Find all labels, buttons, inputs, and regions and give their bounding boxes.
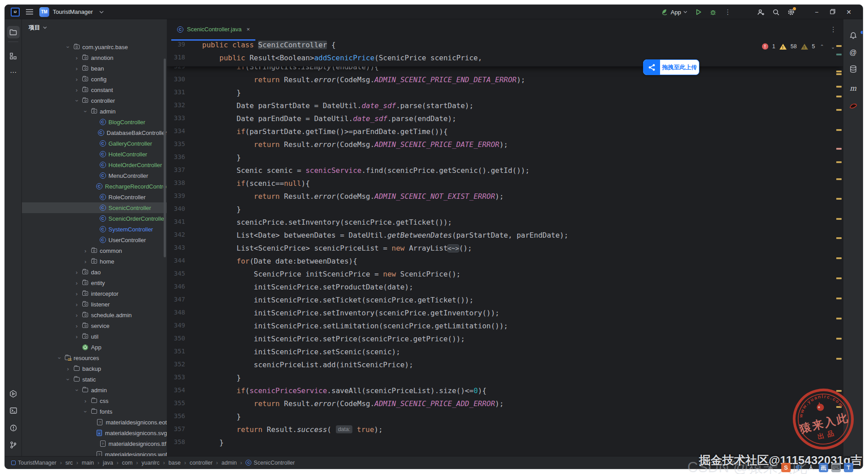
breadcrumb-item-TouristManager[interactable]: TouristManager: [11, 460, 56, 466]
tree-chevron-icon[interactable]: ›: [83, 247, 88, 254]
search-everywhere-button[interactable]: [773, 9, 779, 16]
scroll-mark[interactable]: [836, 96, 842, 97]
breadcrumb-item-com[interactable]: com: [122, 460, 133, 466]
tab-sceniccontroller[interactable]: C ScenicController.java ×: [171, 19, 255, 41]
breadcrumb-item-base[interactable]: base: [169, 460, 181, 466]
more-tool-windows-button[interactable]: ⋯: [7, 66, 20, 79]
tree-item-materialdesignicons.svg[interactable]: ›▴materialdesignicons.svg: [22, 428, 167, 438]
tree-item-ScenicOrderController[interactable]: ›CScenicOrderController: [22, 213, 167, 224]
tree-item-GalleryController[interactable]: ›CGalleryController: [22, 138, 167, 149]
tree-item-BlogController[interactable]: ›CBlogController: [22, 117, 167, 127]
tree-item-admin[interactable]: ›admin: [22, 106, 167, 117]
tree-item-SystemController[interactable]: ›CSystemController: [22, 224, 167, 235]
scroll-mark[interactable]: [836, 161, 842, 163]
tree-chevron-icon[interactable]: ›: [74, 280, 80, 286]
code-line-357[interactable]: return Result.success( data: true);: [167, 425, 843, 438]
tree-chevron-icon[interactable]: ›: [74, 65, 80, 72]
ai-assistant-button[interactable]: @: [849, 49, 856, 57]
code-line-348[interactable]: initScenicPrice.setInventory(scenicPrice…: [167, 309, 843, 322]
code-line-333[interactable]: Date parEndDate = DateUtil.date_sdf.pars…: [167, 114, 843, 127]
scroll-mark[interactable]: [836, 338, 842, 340]
tree-chevron-icon[interactable]: ›: [74, 312, 80, 319]
tree-item-interceptor[interactable]: ›interceptor: [22, 288, 167, 299]
scroll-mark[interactable]: [836, 54, 842, 55]
breadcrumb-item-src[interactable]: src: [65, 460, 73, 466]
tree-item-DatabaseBakController[interactable]: ›CDatabaseBakController: [22, 127, 167, 138]
code-line-340[interactable]: }: [167, 205, 843, 218]
tree-item-annotion[interactable]: ›annotion: [22, 52, 167, 63]
code-with-me-button[interactable]: [757, 9, 765, 16]
scroll-mark[interactable]: [836, 198, 842, 200]
tree-item-materialdesignicons.woff[interactable]: ›?materialdesignicons.woff: [22, 449, 167, 456]
problems-tool-window-button[interactable]: [7, 422, 20, 434]
code-line-334[interactable]: if(parStartDate.getTime()>=parEndDate.ge…: [167, 127, 843, 140]
tree-item-util[interactable]: ›util: [22, 331, 167, 342]
tree-item-schedule.admin[interactable]: ›schedule.admin: [22, 310, 167, 320]
code-line-352[interactable]: scenicPriceList.add(initScenicPrice);: [167, 361, 843, 373]
tree-item-App[interactable]: ›App: [22, 342, 167, 352]
tree-item-HotelController[interactable]: ›CHotelController: [22, 149, 167, 159]
breadcrumb-item-java[interactable]: java: [103, 460, 113, 466]
code-lines[interactable]: if(StringUtils.isEmpty(endDate)){ return…: [167, 63, 843, 451]
tree-item-UserController[interactable]: ›CUserController: [22, 235, 167, 245]
tree-item-common[interactable]: ›common: [22, 245, 167, 256]
code-line-349[interactable]: initScenicPrice.setLimitation(scenicPric…: [167, 322, 843, 335]
scroll-mark[interactable]: [836, 318, 842, 319]
scroll-mark[interactable]: [836, 390, 842, 392]
tree-item-com.yuanlrc.base[interactable]: ›com.yuanlrc.base: [22, 42, 167, 52]
more-actions-icon[interactable]: ⋮: [724, 8, 731, 16]
minimize-button[interactable]: −: [813, 8, 821, 16]
tree-chevron-icon[interactable]: ›: [82, 409, 89, 414]
tree-item-controller[interactable]: ›controller: [22, 95, 167, 106]
code-line-350[interactable]: initScenicPrice.setPrice(scenicPrice.get…: [167, 335, 843, 348]
scroll-mark[interactable]: [836, 277, 842, 279]
project-tool-window-button[interactable]: [7, 26, 20, 38]
tree-chevron-icon[interactable]: ›: [73, 98, 80, 103]
run-configuration-selector[interactable]: App: [661, 8, 687, 16]
code-line-338[interactable]: if(scenic==null){: [167, 179, 843, 192]
terminal-tool-window-button[interactable]: [7, 404, 20, 417]
code-line-353[interactable]: }: [167, 373, 843, 386]
settings-button[interactable]: [788, 8, 795, 16]
tab-list-icon[interactable]: ⋮: [830, 25, 837, 34]
tree-item-service[interactable]: ›service: [22, 320, 167, 331]
tree-chevron-icon[interactable]: ›: [83, 398, 88, 404]
code-line-330[interactable]: return Result.error(CodeMsg.ADMIN_SCENIC…: [167, 76, 843, 88]
error-stripe[interactable]: [836, 41, 842, 456]
run-tool-window-button[interactable]: [7, 387, 20, 400]
tree-item-ScenicController[interactable]: ›CScenicController: [22, 202, 167, 213]
tree-item-MenuController[interactable]: ›CMenuController: [22, 170, 167, 181]
scroll-mark[interactable]: [836, 218, 842, 220]
code-line-337[interactable]: Scenic scenic = scenicService.find(sceni…: [167, 166, 843, 179]
code-line-342[interactable]: List<Date> betweenDates = DateUtil.getBe…: [167, 231, 843, 244]
tree-chevron-icon[interactable]: ›: [65, 377, 72, 382]
code-line-344[interactable]: for(Date date:betweenDates){: [167, 257, 843, 270]
run-button[interactable]: [695, 9, 702, 15]
git-tool-window-button[interactable]: [7, 439, 20, 451]
tree-item-static[interactable]: ›static: [22, 374, 167, 385]
next-highlight-button[interactable]: ⌃: [830, 44, 835, 50]
scroll-mark[interactable]: [836, 358, 842, 360]
breadcrumb-item-ScenicController[interactable]: CScenicController: [246, 460, 295, 466]
code-line-332[interactable]: Date parStartDate = DateUtil.date_sdf.pa…: [167, 101, 843, 114]
tree-chevron-icon[interactable]: ›: [74, 333, 80, 340]
tree-chevron-icon[interactable]: ›: [74, 269, 80, 276]
tree-item-dao[interactable]: ›dao: [22, 267, 167, 277]
tree-item-home[interactable]: ›home: [22, 256, 167, 267]
tree-chevron-icon[interactable]: ›: [83, 258, 88, 265]
code-line-336[interactable]: }: [167, 153, 843, 166]
code-line-341[interactable]: scenicPrice.setInventory(scenicPrice.get…: [167, 218, 843, 231]
code-editor[interactable]: 3293303313323333343353363373383393403413…: [167, 41, 843, 456]
drag-upload-button[interactable]: 拖拽至此上传: [643, 59, 699, 75]
tree-item-fonts[interactable]: ›fonts: [22, 406, 167, 417]
tree-item-HotelOrderController[interactable]: ›CHotelOrderController: [22, 159, 167, 170]
scroll-mark[interactable]: [836, 86, 842, 88]
tree-item-backup[interactable]: ›backup: [22, 363, 167, 374]
code-line-345[interactable]: ScenicPrice initScenicPrice = new Scenic…: [167, 270, 843, 283]
main-menu-button[interactable]: [26, 9, 33, 15]
tree-chevron-icon[interactable]: ›: [65, 365, 71, 372]
scroll-mark[interactable]: [836, 45, 842, 47]
scroll-mark[interactable]: [836, 109, 842, 111]
code-line-339[interactable]: return Result.error(CodeMsg.ADMIN_SCENIC…: [167, 192, 843, 205]
scroll-mark[interactable]: [836, 257, 842, 259]
